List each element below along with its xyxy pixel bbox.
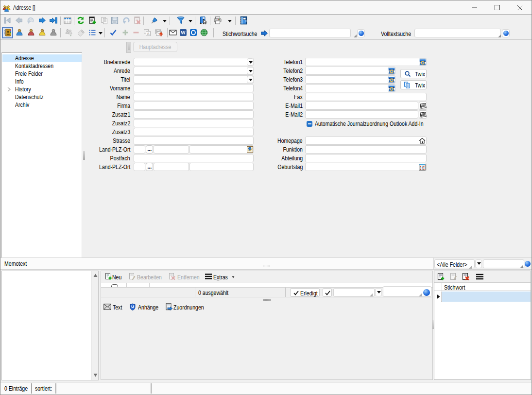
svg-text:A: A bbox=[147, 32, 150, 36]
